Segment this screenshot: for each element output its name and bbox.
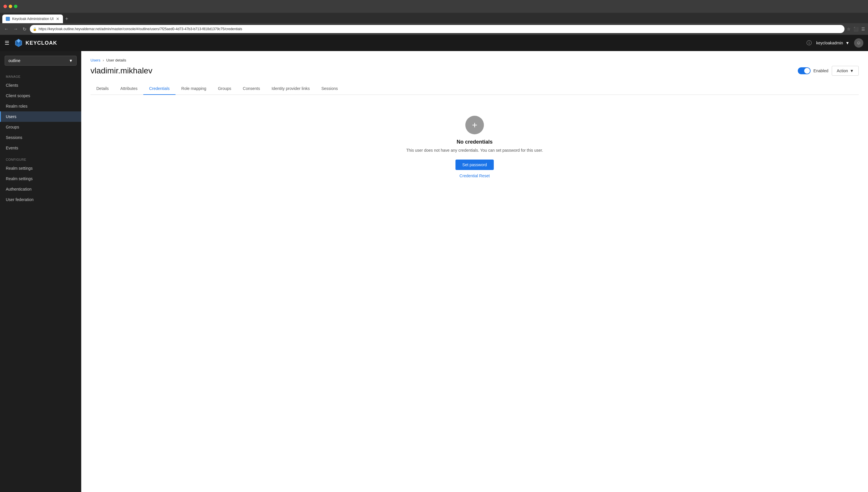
browser-window-controls [0,0,868,13]
set-password-button[interactable]: Set password [455,159,494,170]
enabled-toggle[interactable] [798,67,811,74]
sidebar-section-configure: Configure [0,153,81,163]
hamburger-icon[interactable]: ☰ [5,40,9,46]
refresh-button[interactable]: ↻ [22,25,28,33]
sidebar-item-identity-providers[interactable]: Authentication [0,184,81,194]
tab-consents[interactable]: Consents [237,83,266,95]
tab-groups-label: Groups [218,86,231,91]
address-bar[interactable]: 🔒 https://keycloak.outline.heyvaldemar.n… [30,25,844,33]
minimize-button[interactable] [9,5,12,8]
sidebar-item-label: Clients [6,83,18,88]
sidebar-item-label: Sessions [6,135,22,140]
enabled-toggle-container: Enabled [798,67,828,74]
tab-details-label: Details [96,86,109,91]
new-tab-button[interactable]: + [65,16,69,22]
tab-credentials[interactable]: Credentials [143,83,175,95]
logo-text: KEYCLOAK [26,40,57,46]
sidebar-item-label: Events [6,146,18,150]
page-title-row: vladimir.mikhalev Enabled Action ▼ [91,66,859,76]
tab-consents-label: Consents [243,86,260,91]
sidebar-item-client-scopes[interactable]: Client scopes [0,91,81,101]
no-credentials-description: This user does not have any credentials.… [406,148,543,153]
action-button[interactable]: Action ▼ [832,66,859,76]
sidebar-item-user-federation[interactable]: User federation [0,194,81,205]
bookmark-icon[interactable]: ☆ [847,27,850,31]
sidebar-item-users[interactable]: Users [0,112,81,122]
menu-icon[interactable]: ☰ [861,27,865,31]
sidebar-item-label: Users [6,114,17,119]
realm-label: outline [8,58,20,63]
tab-credentials-label: Credentials [149,86,170,91]
maximize-button[interactable] [14,5,18,8]
tab-sessions-label: Sessions [321,86,338,91]
top-nav: ☰ KEYCLOAK ⓘ keycloakadmin ▼ ☺ [0,35,868,51]
keycloak-logo-icon [14,38,23,48]
sidebar-item-sessions[interactable]: Sessions [0,132,81,143]
action-label: Action [837,69,848,73]
tab-role-mapping-label: Role mapping [181,86,206,91]
sidebar-item-label: Realm roles [6,104,28,108]
tab-bar: Keycloak Administration UI ✕ + [0,13,868,23]
enabled-label: Enabled [814,69,828,73]
no-credentials-title: No credentials [456,139,493,145]
user-menu[interactable]: keycloakadmin ▼ [816,41,849,45]
tab-favicon [6,17,10,21]
breadcrumb-current: User details [106,58,126,63]
address-bar-row: ← → ↻ 🔒 https://keycloak.outline.heyvald… [0,23,868,35]
tab-identity-provider-links-label: Identity provider links [272,86,310,91]
tab-identity-provider-links[interactable]: Identity provider links [266,83,316,95]
address-bar-actions: ☆ ⬛ ☰ [847,27,865,31]
no-credentials-section: + No credentials This user does not have… [91,104,859,190]
sidebar-item-clients[interactable]: Clients [0,80,81,91]
sidebar: outline ▼ Manage Clients Client scopes R… [0,51,81,492]
tabs: Details Attributes Credentials Role mapp… [91,83,859,95]
extensions-icon[interactable]: ⬛ [853,27,859,31]
content-area: outline ▼ Manage Clients Client scopes R… [0,51,868,492]
sidebar-item-label: User federation [6,197,34,202]
tab-title: Keycloak Administration UI [12,17,54,21]
sidebar-item-realm-roles[interactable]: Realm roles [0,101,81,112]
tab-role-mapping[interactable]: Role mapping [175,83,212,95]
breadcrumb-users-link[interactable]: Users [91,58,100,63]
avatar-icon: ☺ [857,40,861,46]
tab-sessions[interactable]: Sessions [316,83,344,95]
breadcrumb: Users › User details [91,58,859,63]
tab-groups[interactable]: Groups [212,83,237,95]
user-avatar[interactable]: ☺ [854,38,863,48]
logo: KEYCLOAK [14,38,57,48]
page-title: vladimir.mikhalev [91,66,152,75]
app-layout: ☰ KEYCLOAK ⓘ keycloakadmin ▼ ☺ out [0,35,868,492]
tab-attributes-label: Attributes [120,86,138,91]
sidebar-item-label: Realm settings [6,176,33,181]
sidebar-item-events[interactable]: Events [0,143,81,153]
user-name: keycloakadmin [816,41,843,45]
url-text: https://keycloak.outline.heyvaldemar.net… [39,27,842,31]
breadcrumb-separator: › [103,58,104,63]
credential-reset-link[interactable]: Credential Reset [460,173,490,178]
browser-tab[interactable]: Keycloak Administration UI ✕ [2,15,63,23]
realm-selector[interactable]: outline ▼ [5,56,77,66]
sidebar-item-authentication[interactable]: Realm settings [0,173,81,184]
sidebar-section-manage: Manage [0,70,81,80]
realm-dropdown-icon: ▼ [69,58,73,63]
close-button[interactable] [3,5,7,8]
sidebar-item-label: Client scopes [6,93,30,98]
sidebar-item-label: Realm settings [6,166,33,171]
add-credentials-icon: + [465,116,484,134]
user-dropdown-icon: ▼ [845,41,849,45]
main-content: Users › User details vladimir.mikhalev E… [81,51,868,492]
tab-attributes[interactable]: Attributes [115,83,143,95]
plus-icon: + [472,120,477,130]
tab-details[interactable]: Details [91,83,115,95]
sidebar-item-groups[interactable]: Groups [0,122,81,132]
back-button[interactable]: ← [3,25,10,33]
tab-close-icon[interactable]: ✕ [56,17,59,21]
help-icon[interactable]: ⓘ [807,40,812,46]
forward-button[interactable]: → [12,25,19,33]
sidebar-item-label: Authentication [6,187,32,192]
set-password-label: Set password [463,163,487,167]
window-controls [3,5,18,8]
sidebar-item-realm-settings[interactable]: Realm settings [0,163,81,173]
sidebar-item-label: Groups [6,125,19,129]
top-nav-right: ⓘ keycloakadmin ▼ ☺ [807,38,863,48]
